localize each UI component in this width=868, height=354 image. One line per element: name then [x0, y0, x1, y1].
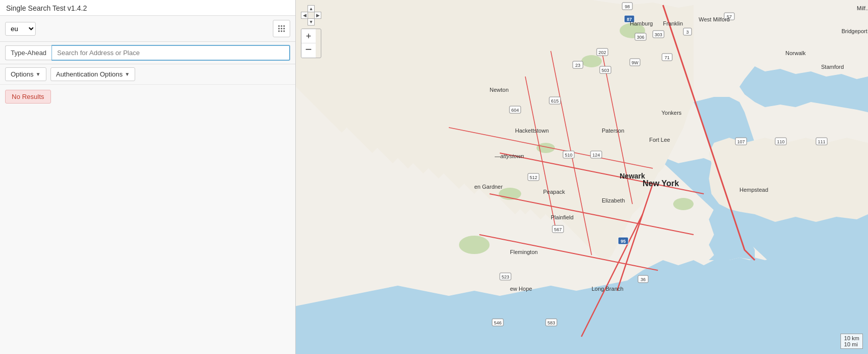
- region-select[interactable]: eu us ca au: [5, 22, 36, 36]
- map-area: 87 306 303 202 23 503 9W 71 3 57 98 604: [296, 0, 868, 354]
- svg-text:Paterson: Paterson: [602, 128, 624, 134]
- type-ahead-label: Type-Ahead: [5, 45, 52, 60]
- svg-text:510: 510: [565, 153, 572, 158]
- svg-text:en Gardner: en Gardner: [474, 184, 503, 190]
- nav-left-button[interactable]: ◀: [301, 12, 308, 19]
- svg-text:—attystown: —attystown: [494, 153, 524, 159]
- options-arrow-icon: ▼: [36, 71, 41, 77]
- svg-point-20: [673, 198, 694, 210]
- svg-text:West Milford: West Milford: [699, 16, 730, 22]
- options-label: Options: [11, 70, 34, 78]
- scale-mi: 10 mi: [844, 341, 859, 347]
- svg-text:23: 23: [575, 63, 580, 68]
- svg-text:98: 98: [625, 4, 630, 9]
- svg-text:503: 503: [601, 68, 609, 73]
- svg-marker-13: [709, 138, 868, 222]
- svg-text:Milf...: Milf...: [857, 5, 868, 11]
- svg-point-16: [581, 55, 602, 67]
- no-results-badge: No Results: [5, 90, 51, 104]
- scale-bar: 10 km 10 mi: [840, 334, 863, 349]
- svg-point-5: [284, 28, 285, 30]
- svg-text:306: 306: [636, 35, 644, 40]
- svg-text:583: 583: [547, 320, 555, 325]
- map-svg: 87 306 303 202 23 503 9W 71 3 57 98 604: [296, 0, 868, 354]
- svg-point-0: [278, 26, 280, 27]
- svg-point-8: [284, 31, 285, 32]
- svg-text:9W: 9W: [631, 60, 639, 65]
- svg-text:546: 546: [494, 320, 501, 325]
- svg-text:Norwalk: Norwalk: [785, 50, 806, 56]
- svg-text:Hamburg: Hamburg: [630, 20, 653, 27]
- svg-text:Hackettstown: Hackettstown: [515, 128, 549, 134]
- svg-text:202: 202: [598, 50, 606, 55]
- svg-text:3: 3: [686, 30, 688, 35]
- svg-text:Newark: Newark: [620, 172, 645, 180]
- svg-text:124: 124: [592, 153, 600, 158]
- svg-point-6: [278, 31, 280, 32]
- svg-text:Plainfield: Plainfield: [551, 214, 574, 220]
- search-row: Type-Ahead: [0, 42, 295, 64]
- results-area: No Results: [0, 85, 295, 354]
- scale-km: 10 km: [844, 335, 859, 341]
- zoom-controls: + −: [301, 29, 321, 58]
- scatter-btn[interactable]: [273, 20, 290, 37]
- svg-text:110: 110: [777, 139, 784, 144]
- svg-text:107: 107: [737, 139, 745, 144]
- search-input[interactable]: [52, 45, 290, 61]
- options-button[interactable]: Options ▼: [5, 67, 46, 81]
- svg-text:604: 604: [511, 108, 519, 113]
- svg-text:Bridgeport: Bridgeport: [841, 28, 867, 34]
- zoom-out-button[interactable]: −: [301, 43, 316, 58]
- svg-point-1: [281, 26, 283, 27]
- auth-options-arrow-icon: ▼: [125, 71, 130, 77]
- zoom-in-button[interactable]: +: [301, 29, 316, 43]
- svg-point-4: [281, 28, 283, 30]
- svg-text:Franklin: Franklin: [663, 20, 683, 27]
- svg-text:95: 95: [621, 239, 626, 244]
- svg-text:71: 71: [665, 55, 670, 60]
- svg-text:615: 615: [551, 98, 558, 104]
- svg-text:523: 523: [501, 274, 509, 280]
- svg-point-2: [284, 26, 285, 27]
- nav-cross: ▲ ◀ ▶ ▼: [301, 5, 321, 26]
- auth-options-button[interactable]: Authentication Options ▼: [50, 67, 136, 81]
- svg-text:ew Hope: ew Hope: [510, 286, 532, 292]
- map-controls: ▲ ◀ ▶ ▼ + −: [301, 5, 321, 58]
- svg-text:567: 567: [554, 227, 561, 232]
- svg-point-19: [459, 236, 490, 254]
- svg-text:Elizabeth: Elizabeth: [602, 197, 625, 204]
- svg-text:Long Branch: Long Branch: [592, 286, 623, 292]
- svg-text:Hempstead: Hempstead: [739, 187, 768, 193]
- nav-down-button[interactable]: ▼: [308, 18, 315, 26]
- svg-text:36: 36: [641, 277, 646, 282]
- svg-point-3: [278, 28, 280, 30]
- svg-text:111: 111: [818, 139, 825, 144]
- svg-text:Newton: Newton: [490, 87, 508, 93]
- svg-text:Peapack: Peapack: [543, 189, 565, 195]
- nav-up-button[interactable]: ▲: [308, 5, 315, 12]
- app-title: Single Search Test v1.4.2: [0, 0, 295, 16]
- svg-text:New York: New York: [643, 179, 679, 188]
- auth-options-label: Authentication Options: [56, 70, 123, 78]
- svg-text:Flemington: Flemington: [510, 249, 538, 255]
- svg-text:Yonkers: Yonkers: [661, 110, 682, 116]
- top-controls: eu us ca au: [0, 16, 295, 42]
- left-panel: Single Search Test v1.4.2 eu us ca au Ty…: [0, 0, 296, 354]
- nav-right-button[interactable]: ▶: [314, 12, 321, 19]
- svg-text:Stamford: Stamford: [821, 64, 844, 70]
- scatter-icon: [277, 24, 286, 33]
- options-row: Options ▼ Authentication Options ▼: [0, 64, 295, 85]
- svg-point-7: [281, 31, 283, 32]
- svg-text:512: 512: [529, 175, 537, 180]
- svg-text:Fort Lee: Fort Lee: [649, 137, 670, 143]
- svg-text:303: 303: [654, 32, 662, 37]
